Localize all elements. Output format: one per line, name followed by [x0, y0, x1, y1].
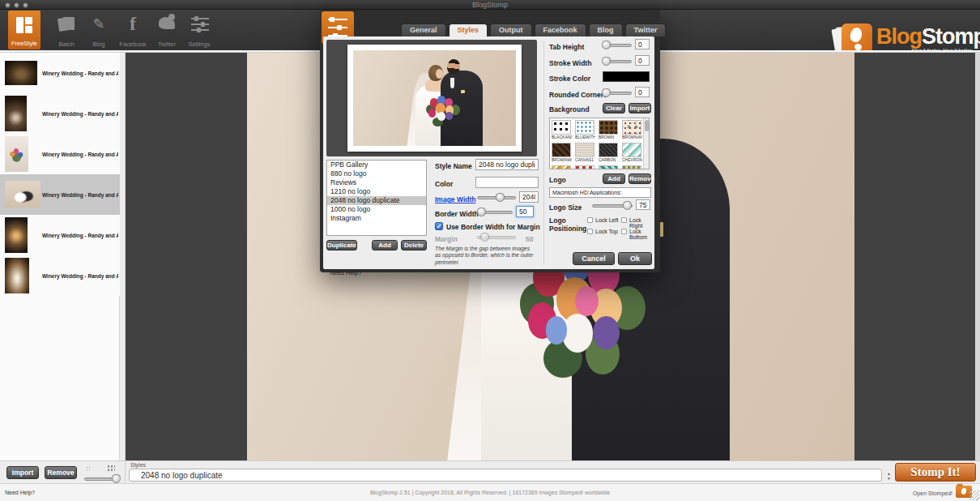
texture-swatch[interactable]	[599, 165, 618, 169]
texture-swatch[interactable]	[599, 143, 618, 157]
list-item[interactable]: Winery Wedding - Randy and Ashley	[0, 215, 120, 255]
styles-dropdown[interactable]: 2048 no logo duplicate ▲▼	[129, 469, 882, 482]
delete-style-button[interactable]: Delete	[401, 240, 427, 250]
blog-pencil-icon: ✎	[91, 15, 107, 32]
texture-swatch[interactable]	[552, 165, 571, 169]
remove-button[interactable]: Remove	[45, 466, 77, 479]
thumbnail-cake	[5, 258, 29, 293]
tab-styles[interactable]: Styles	[449, 24, 488, 36]
style-name-input[interactable]	[475, 159, 539, 170]
style-list-item[interactable]: 1000 no logo	[327, 205, 426, 214]
thumbnail-size-slider[interactable]	[84, 474, 118, 483]
texture-swatch[interactable]	[552, 143, 571, 157]
texture-swatch[interactable]	[622, 120, 641, 135]
lock-right-label: Lock Right	[629, 217, 654, 229]
list-item[interactable]: Winery Wedding - Randy and Ashley	[0, 53, 120, 93]
open-stomped-link[interactable]: Open Stomped!	[913, 490, 952, 496]
lock-left-checkbox[interactable]	[587, 217, 593, 223]
toolbar-facebook[interactable]: f Facebook	[115, 10, 151, 50]
toolbar-settings-label: Settings	[181, 41, 217, 48]
toolbar-freestyle[interactable]: FreeStyle	[8, 11, 40, 49]
thumbnail-building	[5, 217, 28, 253]
logo-add-button[interactable]: Add	[603, 173, 625, 184]
rounded-corners-input[interactable]	[635, 87, 650, 97]
ok-button[interactable]: Ok	[618, 252, 652, 265]
list-item[interactable]: Winery Wedding - Randy and Ashley	[0, 134, 120, 174]
logo-positioning-label: Logo Positioning	[549, 216, 585, 233]
stomp-it-button[interactable]: Stomp It!	[895, 463, 976, 482]
image-width-slider[interactable]	[477, 193, 516, 202]
lock-bottom-checkbox[interactable]	[621, 229, 627, 234]
tab-general[interactable]: General	[401, 24, 446, 36]
lock-top-checkbox[interactable]	[587, 229, 593, 234]
resize-grip[interactable]	[969, 490, 979, 500]
rounded-corners-slider[interactable]	[603, 88, 632, 97]
style-list-item-selected[interactable]: 2048 no logo duplicate	[327, 196, 426, 205]
toolbar-settings[interactable]: Settings	[181, 10, 217, 50]
texture-label: CANVAS1	[575, 157, 595, 162]
duplicate-style-button[interactable]: Duplicate	[326, 240, 357, 250]
logo-size-input[interactable]	[636, 199, 650, 210]
logo-path-input[interactable]	[549, 187, 651, 198]
color-label: Color	[435, 180, 453, 188]
list-item[interactable]: Winery Wedding - Randy and Ashley	[0, 93, 120, 134]
list-item[interactable]: Winery Wedding - Randy and Ashley	[0, 255, 120, 296]
toolbar-twitter[interactable]: Twitter	[149, 10, 185, 50]
style-list-item[interactable]: Reviews	[327, 178, 426, 187]
style-list[interactable]: PPB Gallery 880 no logo Reviews 1210 no …	[326, 160, 427, 236]
texture-swatch[interactable]	[575, 143, 594, 157]
style-list-item[interactable]: PPB Gallery	[327, 161, 426, 169]
logo-remove-button[interactable]: Remove	[628, 173, 651, 184]
toolbar-freestyle-label: FreeStyle	[8, 40, 40, 47]
sidebar-scrollbar[interactable]	[120, 53, 126, 460]
background-texture-list[interactable]: BLACKAND... BLUEWITH... BROWN BROWNAN...…	[549, 118, 650, 169]
style-list-item[interactable]: 880 no logo	[327, 169, 426, 178]
add-style-button[interactable]: Add	[372, 240, 398, 250]
style-list-item[interactable]: 1210 no logo	[327, 187, 426, 196]
texture-swatch[interactable]	[599, 120, 618, 135]
toolbar-twitter-label: Twitter	[149, 41, 185, 48]
freestyle-icon	[16, 17, 32, 33]
style-preview-panel	[326, 40, 537, 156]
toolbar-batch[interactable]: Batch	[49, 10, 84, 50]
image-width-link[interactable]: Image Width	[435, 195, 475, 203]
style-list-item[interactable]: Instagram	[327, 214, 426, 223]
stroke-width-input[interactable]	[635, 55, 650, 66]
image-width-input[interactable]	[519, 191, 539, 203]
texture-swatch[interactable]	[575, 120, 594, 135]
background-clear-button[interactable]: Clear	[603, 103, 625, 113]
list-item-label: Winery Wedding - Randy and Ashley	[42, 134, 118, 174]
settings-sliders-icon	[191, 16, 209, 32]
texture-scrollbar[interactable]	[643, 118, 649, 169]
import-button[interactable]: Import	[6, 466, 39, 479]
border-width-label: Border Width	[435, 210, 479, 218]
use-border-width-checkbox[interactable]: ✓	[435, 222, 443, 230]
stroke-width-slider[interactable]	[603, 57, 632, 66]
texture-swatch[interactable]	[575, 165, 594, 169]
cancel-button[interactable]: Cancel	[573, 252, 615, 265]
tab-facebook[interactable]: Facebook	[535, 24, 586, 36]
toolbar-blog[interactable]: ✎ Blog	[81, 10, 117, 50]
color-input[interactable]	[475, 177, 539, 188]
texture-swatch[interactable]	[552, 120, 571, 135]
border-width-slider[interactable]	[477, 208, 513, 216]
tab-height-slider[interactable]	[603, 41, 632, 49]
tab-height-input[interactable]	[635, 39, 650, 49]
list-item-selected[interactable]: Winery Wedding - Randy and Ashley	[0, 174, 120, 215]
border-width-input[interactable]	[516, 206, 534, 217]
background-import-button[interactable]: Import	[628, 103, 651, 113]
thumbnail-doorway	[5, 96, 27, 131]
dialog-need-help-link[interactable]: Need Help?	[330, 269, 362, 276]
texture-swatch[interactable]	[622, 165, 641, 169]
tab-twitter[interactable]: Twitter	[625, 24, 667, 36]
texture-swatch[interactable]	[622, 143, 641, 157]
dropdown-stepper-icon[interactable]: ▲▼	[885, 471, 893, 481]
facebook-icon: f	[115, 13, 151, 35]
margin-value: 50	[526, 235, 533, 243]
lock-right-checkbox[interactable]	[621, 217, 627, 223]
bottom-style-bar: Styles 2048 no logo duplicate ▲▼ Stomp I…	[126, 460, 980, 483]
logo-size-slider[interactable]	[592, 201, 633, 210]
tab-blog[interactable]: Blog	[589, 24, 623, 36]
stroke-color-swatch[interactable]	[603, 71, 650, 82]
tab-output[interactable]: Output	[490, 24, 532, 36]
